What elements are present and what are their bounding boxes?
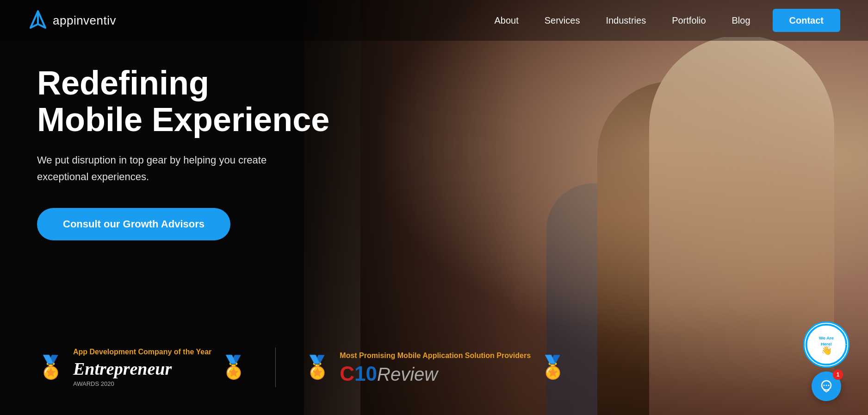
hero-headline: Redefining Mobile Experience (37, 65, 329, 138)
hero-subtext: We put disruption in top gear by helping… (37, 152, 296, 184)
brand-name: appinventiv (53, 13, 116, 28)
nav-about[interactable]: About (481, 15, 531, 26)
we-are-here-badge: We Are Here! 👋 (803, 321, 849, 368)
award-label-1: App Development Company of the Year (73, 347, 211, 357)
awards-section: 🏅 App Development Company of the Year En… (37, 347, 595, 387)
nav-services[interactable]: Services (532, 15, 593, 26)
award-sub-1: AWARDS 2020 (73, 380, 211, 387)
logo[interactable]: appinventiv (28, 10, 116, 31)
nav-portfolio[interactable]: Portfolio (659, 15, 719, 26)
svg-point-8 (826, 385, 827, 386)
chat-widget[interactable]: We Are Here! 👋 1 (803, 321, 849, 401)
award-label-2: Most Promising Mobile Application Soluti… (340, 351, 531, 361)
laurel-left-2: 🏅 (304, 356, 331, 378)
cio-brand: C 10 Review (340, 364, 531, 384)
award-cio-text: Most Promising Mobile Application Soluti… (340, 351, 531, 384)
chat-notification-badge: 1 (833, 370, 843, 380)
award-entrepreneur: 🏅 App Development Company of the Year En… (37, 347, 276, 387)
svg-point-9 (828, 385, 830, 386)
award-entrepreneur-text: App Development Company of the Year Entr… (73, 347, 211, 387)
nav-industries[interactable]: Industries (593, 15, 659, 26)
entrepreneur-brand: Entrepreneur (73, 360, 211, 377)
chat-icon (819, 379, 834, 394)
nav-links: About Services Industries Portfolio Blog… (481, 15, 840, 26)
svg-text:We Are: We Are (819, 335, 834, 340)
laurel-left-1: 🏅 (37, 356, 65, 378)
svg-point-7 (824, 385, 825, 386)
hero-content: Redefining Mobile Experience We put disr… (37, 65, 329, 240)
we-are-here-circle: We Are Here! 👋 (805, 323, 848, 366)
svg-text:👋: 👋 (821, 345, 832, 356)
laurel-right-2: 🏅 (539, 356, 567, 378)
navbar: appinventiv About Services Industries Po… (0, 0, 868, 41)
cta-button[interactable]: Consult our Growth Advisors (37, 208, 230, 240)
nav-blog[interactable]: Blog (719, 15, 763, 26)
award-cio: 🏅 Most Promising Mobile Application Solu… (304, 351, 595, 384)
chat-button[interactable]: 1 (812, 371, 841, 401)
logo-icon (28, 10, 48, 31)
nav-contact[interactable]: Contact (763, 15, 840, 26)
hero-section: appinventiv About Services Industries Po… (0, 0, 868, 415)
laurel-right-1: 🏅 (220, 356, 248, 378)
